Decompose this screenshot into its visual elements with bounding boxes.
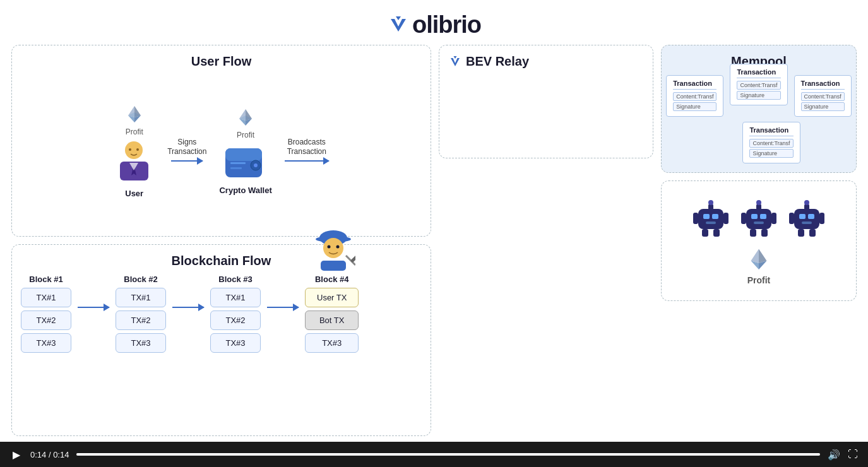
svg-rect-43 — [723, 213, 728, 224]
svg-rect-52 — [741, 213, 746, 224]
block-arrow-2 — [172, 304, 204, 311]
progress-bar[interactable] — [76, 453, 820, 456]
tx-card-row: Signature — [737, 91, 780, 100]
svg-rect-36 — [698, 209, 723, 229]
tx-box: TX#3 — [116, 333, 166, 353]
logo: olibrio — [0, 11, 868, 38]
svg-rect-31 — [321, 261, 346, 271]
blockchain-flow-content: Block #1 TX#1 TX#2 TX#3 Block #2 — [21, 275, 422, 353]
svg-rect-47 — [751, 214, 758, 219]
tx-box: TX#3 — [305, 333, 359, 353]
signs-label: SignsTransaction — [167, 138, 206, 156]
signs-arrow: SignsTransaction — [167, 138, 206, 165]
svg-marker-35 — [454, 56, 457, 59]
svg-rect-49 — [754, 222, 764, 224]
video-player: olibrio User Flow — [0, 0, 868, 442]
volume-button[interactable]: 🔊 — [828, 449, 840, 461]
right-section: Mempool Transaction Content:Transf Signa… — [661, 45, 857, 436]
bev-relay-panel: BEV Relay — [439, 45, 653, 158]
svg-marker-0 — [391, 19, 406, 32]
video-controls: ▶ 0:14 / 0:14 🔊 ⛶ — [0, 442, 868, 467]
blockchain-panel: Blockchain Flow Block #1 TX#1 TX#2 TX#3 — [11, 244, 431, 436]
svg-point-51 — [756, 200, 761, 205]
bot-2 — [740, 196, 778, 237]
block-arrow-1 — [78, 304, 109, 311]
tx-card-row: Signature — [801, 102, 845, 111]
tx-card-3: Transaction Content:Transf Signature — [794, 75, 852, 117]
bev-logo-icon — [448, 55, 462, 69]
wallet-label: Crypto Wallet — [219, 186, 271, 195]
svg-rect-38 — [712, 214, 718, 219]
mempool-content: Transaction Content:Transf Signature Tra… — [670, 75, 847, 163]
svg-rect-42 — [693, 213, 698, 224]
tx-box: TX#2 — [116, 310, 166, 330]
tx-box: TX#3 — [21, 333, 71, 353]
profit-label: Profit — [747, 275, 771, 285]
svg-rect-65 — [809, 229, 816, 237]
user-tx-box: User TX — [305, 288, 359, 307]
svg-rect-21 — [225, 148, 262, 161]
svg-point-12 — [129, 148, 131, 151]
svg-point-41 — [708, 200, 713, 205]
arrow — [172, 304, 204, 311]
bots-panel: Profit — [661, 180, 857, 301]
svg-rect-62 — [789, 213, 794, 224]
svg-rect-56 — [794, 209, 819, 229]
block-3-stack: TX#1 TX#2 TX#3 — [210, 288, 261, 353]
arrow-right-2 — [285, 157, 329, 165]
bot-3 — [788, 196, 826, 237]
block-1-stack: TX#1 TX#2 TX#3 — [21, 288, 71, 353]
broadcasts-label: BroadcastsTransaction — [287, 138, 326, 156]
bot-1 — [692, 196, 730, 237]
tx-card-title: Transaction — [737, 68, 780, 78]
svg-rect-55 — [761, 229, 768, 237]
block-4-label: Block #4 — [315, 275, 348, 284]
tx-card-row: Content:Transf — [737, 81, 780, 90]
mempool-row-1: Transaction Content:Transf Signature Tra… — [666, 75, 852, 117]
svg-point-61 — [804, 200, 809, 205]
eth-icon-user — [124, 105, 145, 125]
block-3-label: Block #3 — [218, 275, 252, 284]
user-profit-label: Profit — [126, 127, 143, 136]
logo-text: olibrio — [412, 11, 481, 38]
tx-card-title: Transaction — [749, 126, 793, 136]
user-flow-title: User Flow — [21, 54, 422, 69]
arrow — [267, 304, 299, 311]
user-flow-content: Profit — [21, 75, 422, 227]
svg-rect-58 — [808, 214, 814, 219]
svg-point-13 — [136, 148, 139, 151]
tx-box: TX#2 — [21, 310, 71, 330]
fullscreen-button[interactable]: ⛶ — [848, 449, 858, 460]
block-2-label: Block #2 — [124, 275, 157, 284]
svg-rect-48 — [760, 214, 766, 219]
svg-rect-25 — [230, 167, 242, 169]
tx-card-row: Content:Transf — [801, 92, 845, 101]
profit-area: Profit — [746, 247, 771, 285]
svg-rect-64 — [798, 229, 804, 237]
tx-card-2: Transaction Content:Transf Signature — [730, 64, 787, 105]
worker-svg — [311, 224, 355, 271]
tx-box: TX#2 — [210, 310, 261, 330]
tx-card-row: Content:Transf — [749, 139, 793, 148]
svg-rect-57 — [799, 214, 806, 219]
wallet-profit-label: Profit — [237, 131, 254, 139]
svg-marker-34 — [451, 58, 460, 66]
block-2: Block #2 TX#1 TX#2 TX#3 — [116, 275, 166, 353]
bots-content: Profit — [670, 190, 847, 292]
arrow-right-1 — [171, 157, 203, 165]
tx-card-title: Transaction — [673, 80, 716, 90]
svg-point-28 — [323, 238, 343, 258]
eth-icon-wallet — [235, 108, 256, 128]
tx-card-row: Signature — [673, 102, 716, 111]
play-button[interactable]: ▶ — [10, 446, 23, 463]
bev-label: BEV Relay — [466, 54, 529, 69]
user-item: Profit — [114, 105, 155, 198]
svg-rect-54 — [750, 229, 756, 237]
block-1: Block #1 TX#1 TX#2 TX#3 — [21, 275, 71, 353]
tx-box: TX#1 — [116, 288, 166, 307]
broadcasts-arrow: BroadcastsTransaction — [285, 138, 329, 165]
svg-point-30 — [336, 245, 340, 249]
blockchain-title: Blockchain Flow — [21, 254, 422, 268]
left-section: User Flow Profit — [11, 45, 431, 436]
eth-icon-profit — [746, 247, 771, 273]
